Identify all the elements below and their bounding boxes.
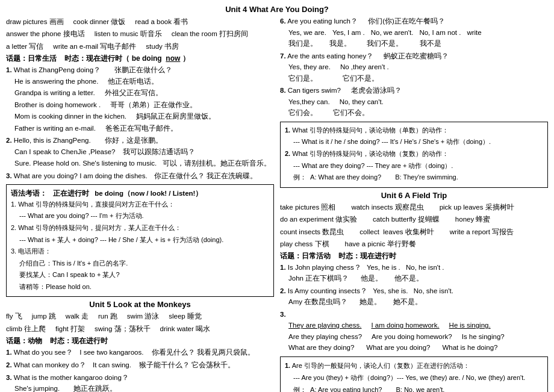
item2-l2-zh: 可以，请别挂机。她正在听音乐。 [163, 158, 271, 169]
vocab-study: study 书房 [146, 41, 179, 52]
unit4-left: draw pictures 画画 cook dinner 做饭 read a b… [6, 16, 274, 392]
item2-line1: Can I speak to ChenJie ,Please? 我可以跟陈洁通话… [14, 146, 274, 157]
g3: 3. 电话用语： [11, 246, 269, 257]
vocab-cook: cook dinner 做饭 [73, 16, 126, 27]
vocab-draw: draw pictures 画画 [6, 16, 64, 27]
v5-fight: fight 打架 [55, 323, 85, 334]
item1-line5: Father is writing an e-mail. 爸爸正在写电子邮件。 [14, 123, 274, 134]
item1-zh: 张鹏正在做什么？ [114, 66, 172, 73]
v5-run: run 跑 [98, 311, 117, 322]
u6-item2: 2. Is Amy counting insects？ Yes, she is.… [280, 286, 548, 308]
line5-en: Father is writing an e-mail. [14, 123, 96, 134]
unit6-title: Unit 6 A Field Trip [280, 191, 548, 200]
g2a: --- What is + 某人 + doing? --- He / She /… [11, 235, 269, 246]
page-container: Unit 4 What Are You Doing? draw pictures… [6, 5, 548, 392]
vocab-answer: answer the phone 接电话 [6, 28, 85, 39]
u6-item3: 3. They are playing chess. I am doing ho… [280, 310, 548, 353]
v5-swim: swim 游泳 [127, 311, 159, 322]
item2-l2-en: Sure. Please hold on. She's listening to… [14, 158, 157, 169]
u6-grammar-box: 1. Are 引导的一般疑问句，谈论人们（复数）正在进行的活动： --- Are… [280, 356, 548, 392]
g3c: 请稍等：Please hold on. [11, 282, 269, 293]
unit5-vocab1: fly 飞 jump 跳 walk 走 run 跑 swim 游泳 sleep … [6, 311, 274, 322]
item1-q: What is ZhangPeng doing？ [14, 66, 101, 73]
v5-sleep: sleep 睡觉 [169, 311, 202, 322]
line1-en: He is answering the phone. [14, 76, 98, 87]
rg2b: 例： A: What are they doing? B: They're sw… [285, 172, 543, 183]
g2: 2. What 引导的特殊疑问句，提问对方，某人正在干什么： [11, 223, 269, 234]
line3-en: Brother is doing homework . [14, 99, 101, 110]
item2-num: 2. [6, 137, 12, 144]
line2-en: Grandpa is writing a letter. [14, 87, 95, 98]
item1-line2: Grandpa is writing a letter. 外祖父正在写信。 [14, 87, 274, 98]
grammar-title: 语法考语： 正在进行时 be doing（now / look! / Liste… [11, 188, 269, 199]
line2-zh: 外祖父正在写信。 [105, 87, 163, 98]
vocab-read: read a book 看书 [135, 16, 188, 27]
item2-line2: Sure. Please hold on. She's listening to… [14, 158, 274, 169]
item1-line4: Mom is cooking dinner in the kichen. 妈妈鼠… [14, 111, 274, 122]
unit5-topic: 话题：动物 时态：现在进行时 [6, 336, 274, 346]
rg2: 2. What 引导的特殊疑问句，谈论动物（复数）的动作： [285, 149, 543, 160]
item2-lines: Can I speak to ChenJie ,Please? 我可以跟陈洁通话… [6, 146, 274, 169]
line4-en: Mom is cooking dinner in the kichen. [14, 111, 126, 122]
v5-drink: drink water 喝水 [160, 323, 210, 334]
unit4-topic: 话题：日常生活 时态：现在进行时（ be doing now ） [6, 54, 274, 64]
g1a: --- What are you doing? --- I'm + 行为活动. [11, 211, 269, 222]
item3-zh-q: 你正在做什么？ [154, 172, 205, 179]
line4-zh: 妈妈鼠正在厨房里做饭。 [136, 111, 216, 122]
v5-swing: swing 荡；荡秋千 [95, 323, 151, 334]
vocab-email: write an e-mail 写电子邮件 [53, 41, 136, 52]
vocab-letter: a letter 写信 [6, 41, 43, 52]
unit5-title: Unit 5 Look at the Monkeys [6, 300, 274, 309]
right-grammar-box: 1. What 引导的特殊疑问句，谈论动物（单数）的动作： --- What i… [280, 122, 548, 188]
g3a: 介绍自己：This is / It's + 自己的名字. [11, 258, 269, 269]
unit4-title: Unit 4 What Are You Doing? [6, 5, 548, 14]
u6-vocab2: do an experiment 做实验 catch butterfly 捉蝴蝶… [280, 214, 548, 225]
u6-vocab3: count insects 数昆虫 collect leaves 收集树叶 wr… [280, 226, 548, 237]
u6-vocab4: play chess 下棋 have a picnic 举行野餐 [280, 238, 548, 249]
u5-item2: 2. What can monkey do？ It can swing. 猴子能… [6, 360, 274, 371]
right-col: 6. Are you eating lunch？ 你们(你)正在吃午餐吗？ Ye… [280, 16, 548, 392]
q7: 7. Are the ants eating honey？ 蚂蚁正在吃蜜糖吗？ … [280, 51, 548, 84]
v5-fly: fly 飞 [6, 311, 22, 322]
u6-topic: 话题：日常活动 时态：现在进行时 [280, 251, 548, 261]
item3-zh-a: 我正在洗碗碟。 [207, 172, 257, 179]
v5-climb: climb 往上爬 [6, 323, 46, 334]
item1-line3: Brother is doing homework . 哥哥（弟弟）正在做作业。 [14, 99, 274, 110]
unit4-item2: 2. Hello, this is ZhangPeng. 你好，这是张鹏。 Ca… [6, 135, 274, 169]
q8: 8. Can tigers swim? 老虎会游泳吗？ Yes,they can… [280, 86, 548, 119]
u5-item3: 3. What is the mother kangaroo doing？ Sh… [6, 373, 274, 392]
item1-lines: He is answering the phone. 他正在听电话。 Grand… [6, 76, 274, 134]
line5-zh: 爸爸正在写电子邮件。 [105, 123, 178, 134]
unit4-vocab-row2: answer the phone 接电话 listen to music 听音乐… [6, 28, 274, 39]
unit4-item1: 1. What is ZhangPeng doing？ 张鹏正在做什么？ He … [6, 65, 274, 134]
item1-line1: He is answering the phone. 他正在听电话。 [14, 76, 274, 87]
vocab-clean: clean the room 打扫房间 [172, 28, 248, 39]
rg1: 1. What 引导的特殊疑问句，谈论动物（单数）的动作： [285, 125, 543, 136]
u6-item1: 1. Is John playing chess？ Yes, he is . N… [280, 263, 548, 284]
rg2a: --- What are they doing? --- They are + … [285, 161, 543, 172]
unit4-vocab-row3: a letter 写信 write an e-mail 写电子邮件 study … [6, 41, 274, 52]
item1-num: 1. [6, 66, 12, 73]
unit5-vocab2: climb 往上爬 fight 打架 swing 荡；荡秋千 drink wat… [6, 323, 274, 334]
item3-num: 3. [6, 172, 12, 179]
unit4-content: draw pictures 画画 cook dinner 做饭 read a b… [6, 16, 548, 392]
rg1a: --- What is it / he / she doing? --- It'… [285, 137, 543, 148]
unit4-vocab-row1: draw pictures 画画 cook dinner 做饭 read a b… [6, 16, 274, 27]
unit4-grammar-box: 语法考语： 正在进行时 be doing（now / look! / Liste… [6, 184, 274, 297]
vocab-listen: listen to music 听音乐 [95, 28, 162, 39]
item3-a: I am doing the dishes. [79, 172, 148, 179]
g3b: 要找某人：Can I speak to + 某人? [11, 270, 269, 281]
line3-zh: 哥哥（弟弟）正在做作业。 [110, 99, 197, 110]
u5-item1: 1. What do you see？ I see two kangaroos.… [6, 347, 274, 358]
item2-l1-en: Can I speak to ChenJie ,Please? [14, 146, 116, 157]
item2-q: Hello, this is ZhangPeng. [14, 137, 91, 144]
unit4-item3: 3. What are you doing? I am doing the di… [6, 171, 274, 182]
item2-l1-zh: 我可以跟陈洁通话吗？ [123, 146, 195, 157]
v5-jump: jump 跳 [32, 311, 56, 322]
line1-zh: 他正在听电话。 [108, 76, 158, 87]
item2-zh: 你好，这是张鹏。 [105, 137, 163, 144]
u6-vocab1: take pictures 照相 watch insects 观察昆虫 pick… [280, 202, 548, 213]
v5-walk: walk 走 [66, 311, 89, 322]
g1: 1. What 引导的特殊疑问句，直接提问对方正在干什么： [11, 199, 269, 210]
q6: 6. Are you eating lunch？ 你们(你)正在吃午餐吗？ Ye… [280, 16, 548, 49]
